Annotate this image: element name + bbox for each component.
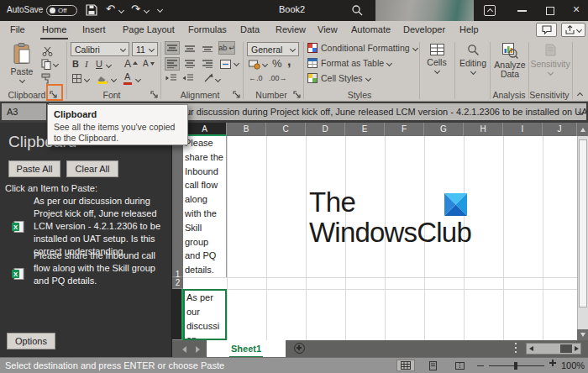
row-header-2[interactable]: 2 — [172, 277, 183, 289]
redo-icon[interactable]: ↷ — [131, 3, 140, 15]
zoom-level-label[interactable]: 100% — [561, 360, 585, 370]
clipboard-item[interactable]: Please share the Inbound call flow along… — [34, 250, 168, 287]
font-size-select[interactable]: 11 — [132, 42, 158, 56]
scroll-right-icon[interactable] — [575, 346, 579, 351]
next-sheet-icon[interactable] — [196, 346, 200, 353]
column-header-h[interactable]: H — [464, 123, 503, 136]
font-color-chevron-icon[interactable] — [135, 76, 141, 82]
align-left-button[interactable] — [165, 57, 180, 71]
column-header-j[interactable]: J — [543, 123, 577, 136]
vertical-scrollbar-thumb[interactable] — [579, 139, 587, 307]
clear-all-button[interactable]: Clear All — [66, 160, 118, 177]
comments-button[interactable] — [536, 23, 557, 37]
editing-button[interactable]: Editing — [457, 44, 489, 74]
redo-chevron-icon[interactable] — [144, 8, 150, 13]
add-sheet-icon[interactable] — [294, 343, 305, 354]
normal-view-button[interactable] — [396, 360, 415, 371]
tab-view[interactable]: View — [316, 21, 339, 39]
ribbon-display-options-icon[interactable] — [484, 5, 496, 16]
paste-button[interactable]: Paste — [5, 43, 39, 82]
orientation-icon[interactable] — [204, 73, 213, 82]
undo-chevron-icon[interactable] — [118, 8, 124, 13]
page-layout-view-button[interactable] — [423, 360, 442, 371]
sheet-tab-sheet1[interactable]: Sheet1 — [207, 340, 286, 357]
tab-data[interactable]: Data — [239, 21, 261, 39]
row-header-3[interactable] — [172, 289, 183, 340]
column-header-a[interactable]: A — [183, 123, 227, 136]
align-center-button[interactable] — [182, 57, 197, 71]
save-icon[interactable] — [86, 4, 97, 19]
italic-button[interactable]: I — [85, 59, 88, 69]
borders-icon[interactable] — [72, 74, 81, 83]
search-icon[interactable] — [351, 4, 363, 19]
font-color-icon[interactable]: A — [124, 71, 130, 81]
column-header-i[interactable]: I — [503, 123, 543, 136]
font-dialog-launcher-icon[interactable] — [150, 87, 160, 97]
font-name-select[interactable]: Calibri — [71, 42, 129, 56]
accounting-chevron-icon[interactable] — [262, 61, 268, 67]
decrease-indent-icon[interactable] — [165, 74, 176, 82]
prev-sheet-icon[interactable] — [182, 346, 186, 353]
tab-formulas[interactable]: Formulas — [186, 21, 228, 39]
percent-style-button[interactable]: % — [272, 57, 282, 70]
merge-center-chevron-icon[interactable] — [234, 60, 239, 66]
fill-color-icon[interactable] — [97, 73, 109, 88]
name-box[interactable]: A3 — [2, 103, 46, 120]
column-header-e[interactable]: E — [345, 123, 385, 136]
column-header-d[interactable]: D — [306, 123, 345, 136]
tab-automate[interactable]: Automate — [349, 21, 392, 39]
analyze-data-button[interactable]: Analyze Data — [492, 43, 528, 79]
tab-page-layout[interactable]: Page Layout — [121, 21, 176, 39]
horizontal-scrollbar-track[interactable] — [526, 343, 581, 355]
number-format-select[interactable]: General — [247, 42, 299, 56]
comma-style-button[interactable]: , — [287, 54, 291, 69]
copy-icon[interactable] — [41, 58, 51, 73]
align-middle-button[interactable] — [182, 41, 197, 55]
decrease-decimal-icon[interactable]: .00→ — [269, 74, 287, 82]
options-button[interactable]: Options — [7, 333, 55, 349]
number-dialog-launcher-icon[interactable] — [293, 87, 302, 97]
bold-button[interactable]: B — [72, 59, 79, 69]
conditional-formatting-button[interactable]: Conditional Formatting — [307, 43, 417, 53]
column-header-c[interactable]: C — [266, 123, 306, 136]
share-button[interactable] — [561, 23, 585, 37]
cell-a1[interactable]: Please share the Inbound call flow along… — [183, 136, 227, 277]
increase-font-button[interactable]: A — [124, 58, 138, 70]
collapse-ribbon-icon[interactable] — [577, 92, 583, 98]
tab-file[interactable]: File — [8, 21, 27, 39]
increase-indent-icon[interactable] — [182, 74, 193, 82]
column-header-b[interactable]: B — [227, 123, 266, 136]
cells-button[interactable]: Cells — [422, 44, 452, 73]
paste-all-button[interactable]: Paste All — [8, 160, 60, 177]
column-header-g[interactable]: G — [424, 123, 464, 136]
underline-chevron-icon[interactable] — [106, 62, 112, 68]
copy-chevron-icon[interactable] — [53, 61, 59, 67]
autosave-toggle[interactable]: Off — [46, 5, 77, 16]
fill-color-chevron-icon[interactable] — [111, 76, 117, 82]
zoom-in-icon[interactable] — [549, 362, 556, 364]
clipboard-item[interactable]: As per our discussion during Project kic… — [34, 195, 168, 258]
merge-center-icon[interactable] — [218, 57, 232, 71]
wrap-text-button[interactable]: ab↵ — [218, 41, 235, 55]
maximize-button[interactable] — [546, 7, 554, 15]
align-bottom-button[interactable] — [200, 41, 215, 55]
underline-button[interactable]: U — [96, 59, 102, 69]
cell-a3-selected[interactable]: As per our discussion during Project kic… — [183, 289, 227, 340]
decrease-font-button[interactable]: A — [143, 59, 155, 68]
cell-styles-button[interactable]: Cell Styles — [307, 73, 370, 83]
zoom-out-icon[interactable] — [477, 365, 484, 367]
accounting-format-icon[interactable] — [249, 58, 260, 73]
sheet-options-kebab-icon[interactable] — [515, 343, 517, 344]
align-right-button[interactable] — [200, 57, 215, 71]
close-button[interactable]: × — [573, 3, 580, 16]
tab-developer[interactable]: Developer — [402, 21, 447, 39]
minimize-button[interactable] — [517, 10, 527, 12]
alignment-dialog-launcher-icon[interactable] — [233, 87, 242, 97]
increase-decimal-icon[interactable]: ←.0 — [249, 74, 263, 82]
orientation-chevron-icon[interactable] — [215, 76, 221, 82]
align-top-button[interactable] — [165, 41, 180, 55]
horizontal-scrollbar-thumb[interactable] — [560, 344, 572, 353]
borders-chevron-icon[interactable] — [84, 76, 90, 82]
tab-insert[interactable]: Insert — [81, 21, 108, 39]
zoom-slider-thumb[interactable] — [514, 362, 517, 370]
